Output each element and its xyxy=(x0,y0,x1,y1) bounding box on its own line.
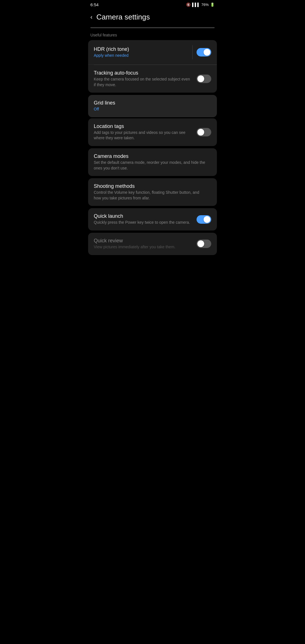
location-tags-item[interactable]: Location tags Add tags to your pictures … xyxy=(88,118,217,146)
tracking-toggle-thumb xyxy=(197,75,204,82)
tracking-toggle[interactable] xyxy=(197,75,211,83)
quick-review-content: Quick review View pictures immediately a… xyxy=(94,238,192,250)
quick-review-toggle-track[interactable] xyxy=(197,240,211,248)
quick-launch-title: Quick launch xyxy=(94,213,192,219)
quick-review-toggle[interactable] xyxy=(197,240,211,248)
status-time: 6:54 xyxy=(90,2,99,7)
signal-icon: ▌▌▌ xyxy=(192,3,200,7)
quick-review-subtitle: View pictures immediately after you take… xyxy=(94,244,192,250)
vertical-divider xyxy=(192,45,193,59)
camera-modes-item[interactable]: Camera modes Set the default camera mode… xyxy=(88,148,217,176)
shooting-methods-title: Shooting methods xyxy=(94,183,207,189)
quick-launch-card: Quick launch Quickly press the Power key… xyxy=(88,208,217,230)
tracking-content: Tracking auto-focus Keep the camera focu… xyxy=(94,70,192,88)
tracking-toggle-track[interactable] xyxy=(197,75,211,83)
quick-launch-content: Quick launch Quickly press the Power key… xyxy=(94,213,192,225)
camera-modes-title: Camera modes xyxy=(94,153,207,159)
shooting-methods-item[interactable]: Shooting methods Control the Volume key … xyxy=(88,178,217,206)
hdr-item[interactable]: HDR (rich tone) Apply when needed xyxy=(88,40,217,65)
shooting-methods-card: Shooting methods Control the Volume key … xyxy=(88,178,217,206)
camera-modes-subtitle: Set the default camera mode, reorder you… xyxy=(94,160,207,171)
hdr-tracking-card: HDR (rich tone) Apply when needed Tracki… xyxy=(88,40,217,93)
page-title: Camera settings xyxy=(96,13,150,21)
hdr-subtitle: Apply when needed xyxy=(94,53,188,58)
hdr-toggle-thumb xyxy=(204,49,210,56)
tracking-title: Tracking auto-focus xyxy=(94,70,192,76)
section-label-useful-features: Useful features xyxy=(85,33,220,40)
quick-launch-item[interactable]: Quick launch Quickly press the Power key… xyxy=(88,208,217,230)
tracking-subtitle: Keep the camera focused on the selected … xyxy=(94,77,192,88)
quick-review-toggle-thumb xyxy=(197,240,204,247)
location-tags-toggle[interactable] xyxy=(197,128,211,136)
battery-text: 76% xyxy=(201,3,209,7)
quick-review-card: Quick review View pictures immediately a… xyxy=(88,233,217,255)
camera-modes-content: Camera modes Set the default camera mode… xyxy=(94,153,207,171)
quick-launch-toggle-thumb xyxy=(204,216,210,223)
location-tags-card: Location tags Add tags to your pictures … xyxy=(88,118,217,146)
grid-lines-content: Grid lines Off xyxy=(94,100,207,112)
hdr-toggle-track[interactable] xyxy=(197,48,211,56)
quick-launch-toggle[interactable] xyxy=(197,215,211,224)
camera-modes-card: Camera modes Set the default camera mode… xyxy=(88,148,217,176)
grid-lines-title: Grid lines xyxy=(94,100,207,106)
shooting-methods-content: Shooting methods Control the Volume key … xyxy=(94,183,207,201)
scroll-indicator xyxy=(90,27,215,28)
location-tags-content: Location tags Add tags to your pictures … xyxy=(94,123,192,141)
location-tags-toggle-track[interactable] xyxy=(197,128,211,136)
quick-launch-subtitle: Quickly press the Power key twice to ope… xyxy=(94,220,192,225)
battery-icon: 🔋 xyxy=(210,3,215,7)
mute-icon: 🔇 xyxy=(186,3,191,7)
status-icons: 🔇 ▌▌▌ 76% 🔋 xyxy=(186,3,215,7)
location-tags-toggle-thumb xyxy=(197,129,204,136)
location-tags-title: Location tags xyxy=(94,123,192,129)
page-header: ‹ Camera settings xyxy=(85,8,220,27)
back-button[interactable]: ‹ xyxy=(90,14,92,21)
hdr-title: HDR (rich tone) xyxy=(94,46,188,52)
location-tags-subtitle: Add tags to your pictures and videos so … xyxy=(94,130,192,141)
grid-lines-card[interactable]: Grid lines Off xyxy=(88,95,217,117)
hdr-toggle-separator xyxy=(192,45,211,59)
quick-launch-toggle-track[interactable] xyxy=(197,215,211,224)
grid-lines-item[interactable]: Grid lines Off xyxy=(88,95,217,117)
hdr-toggle[interactable] xyxy=(197,48,211,56)
grid-lines-subtitle: Off xyxy=(94,106,207,112)
shooting-methods-subtitle: Control the Volume key function, floatin… xyxy=(94,190,207,201)
hdr-content: HDR (rich tone) Apply when needed xyxy=(94,46,188,58)
quick-review-title: Quick review xyxy=(94,238,192,244)
quick-review-item[interactable]: Quick review View pictures immediately a… xyxy=(88,233,217,255)
tracking-autofocus-item[interactable]: Tracking auto-focus Keep the camera focu… xyxy=(88,65,217,93)
status-bar: 6:54 🔇 ▌▌▌ 76% 🔋 xyxy=(85,0,220,8)
